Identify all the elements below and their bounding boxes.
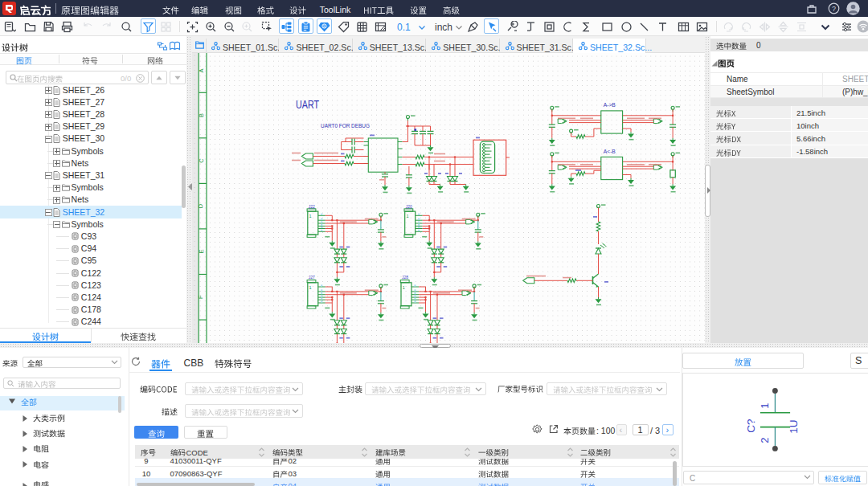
svg-text:1: 1 [309,214,312,218]
svg-text:1: 1 [309,285,312,290]
svg-text:2: 2 [759,437,771,443]
svg-text:UART: UART [296,98,319,111]
svg-text:1: 1 [403,285,405,290]
svg-text:UART0 FOR DEBUG: UART0 FOR DEBUG [321,122,370,129]
svg-text:F: F [198,295,205,299]
svg-text:A<-B: A<-B [604,149,616,154]
svg-text:A->B: A->B [604,102,616,108]
svg-text:1: 1 [759,402,771,408]
svg-text:J20: J20 [406,204,412,209]
svg-text:J22: J22 [309,204,315,209]
svg-text:1U: 1U [788,419,800,433]
svg-text:C?: C? [745,419,757,432]
svg-text:B: B [198,113,205,117]
svg-text:?: ? [832,5,836,13]
svg-text:J27: J27 [309,275,315,280]
svg-text:J28: J28 [402,275,408,280]
svg-text:A: A [198,68,205,72]
svg-text:C: C [198,158,205,163]
svg-text:1: 1 [407,214,409,218]
svg-text:D: D [198,203,205,208]
svg-text:E: E [198,249,205,253]
